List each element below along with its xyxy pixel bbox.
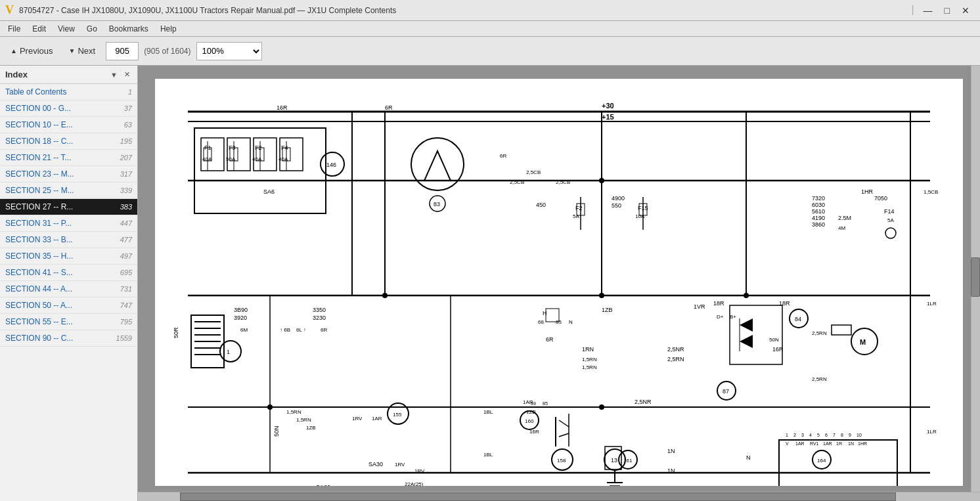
menu-help[interactable]: Help — [155, 23, 182, 35]
svg-text:1R: 1R — [836, 441, 842, 446]
svg-text:2: 2 — [793, 433, 796, 437]
svg-text:16R: 16R — [277, 104, 288, 111]
svg-text:B+: B+ — [730, 314, 736, 320]
svg-text:+15: +15 — [602, 113, 614, 121]
sidebar-dropdown-btn[interactable]: ▼ — [108, 70, 120, 79]
next-button[interactable]: ▼ Next — [63, 43, 100, 58]
minimize-button[interactable]: — — [918, 4, 938, 17]
svg-text:5610: 5610 — [812, 208, 825, 215]
sidebar: Index ▼ ✕ Table of Contents 1 SECTION 00… — [0, 66, 138, 501]
svg-text:22A(25): 22A(25) — [405, 481, 424, 486]
toc-item-7[interactable]: SECTION 31 -- P... 447 — [0, 215, 137, 232]
toc-section-label-7: SECTION 31 -- P... — [5, 219, 112, 228]
svg-text:7320: 7320 — [812, 195, 825, 202]
zoom-select[interactable]: 50% 75% 100% 125% 150% 200% — [196, 42, 262, 60]
h-scrollbar-thumb[interactable] — [180, 492, 896, 501]
toc-section-label-4: SECTION 23 -- M... — [5, 169, 112, 179]
svg-text:1,5RN: 1,5RN — [296, 417, 311, 423]
toc-item-8[interactable]: SECTION 33 -- B... 477 — [0, 232, 137, 248]
svg-text:1N: 1N — [667, 448, 675, 454]
svg-text:6: 6 — [825, 433, 828, 437]
toc-item-10[interactable]: SECTION 41 -- S... 695 — [0, 265, 137, 281]
svg-text:2,5RN: 2,5RN — [812, 376, 827, 382]
toc-section-page-10: 695 — [112, 269, 132, 276]
svg-text:3: 3 — [801, 433, 804, 437]
toc-item-6[interactable]: SECTION 27 -- R... 383 — [0, 199, 137, 215]
toc-item-13[interactable]: SECTION 55 -- E... 795 — [0, 314, 137, 330]
toc-section-label-11: SECTION 44 -- A... — [5, 284, 112, 294]
sidebar-header: Index ▼ ✕ — [0, 66, 137, 84]
viewer-scroll[interactable]: +30 +15 F1 40A F3 50A — [138, 66, 980, 492]
svg-text:2,5NR: 2,5NR — [635, 399, 652, 405]
previous-button[interactable]: ▲ Previous — [5, 43, 58, 58]
toc-section-page-1: 63 — [112, 121, 132, 129]
toc-item-5[interactable]: SECTION 25 -- M... 339 — [0, 183, 137, 199]
svg-text:87: 87 — [723, 388, 729, 395]
svg-text:8: 8 — [841, 433, 843, 437]
scrollbar-thumb[interactable] — [971, 257, 980, 297]
toc-section-page-0: 37 — [112, 104, 132, 112]
svg-text:1ZB: 1ZB — [602, 307, 613, 313]
toc-item-3[interactable]: SECTION 21 -- T... 207 — [0, 150, 137, 166]
maximize-button[interactable]: □ — [939, 4, 955, 17]
svg-text:13: 13 — [611, 457, 617, 464]
svg-text:40A: 40A — [278, 156, 288, 162]
menu-view[interactable]: View — [53, 23, 80, 35]
svg-text:4M: 4M — [838, 225, 845, 231]
svg-point-203 — [599, 404, 604, 410]
menu-edit[interactable]: Edit — [27, 23, 51, 35]
vertical-scrollbar[interactable] — [971, 66, 980, 492]
svg-text:1LR: 1LR — [927, 301, 937, 307]
svg-text:1,5RN: 1,5RN — [582, 364, 597, 370]
svg-text:M: M — [860, 338, 866, 346]
toc-item-11[interactable]: SECTION 44 -- A... 731 — [0, 281, 137, 297]
toc-item-toc[interactable]: Table of Contents 1 — [0, 84, 137, 100]
horizontal-scrollbar[interactable] — [138, 492, 980, 501]
menu-go[interactable]: Go — [81, 23, 102, 35]
toc-page: 1 — [112, 88, 132, 96]
toc-section-page-4: 317 — [112, 170, 132, 178]
menu-bookmarks[interactable]: Bookmarks — [104, 23, 154, 35]
svg-text:3B90: 3B90 — [234, 307, 248, 313]
toc-list: Table of Contents 1 SECTION 00 - G... 37… — [0, 84, 137, 501]
main-area: Index ▼ ✕ Table of Contents 1 SECTION 00… — [0, 66, 980, 501]
svg-point-204 — [267, 404, 273, 410]
svg-text:6R: 6R — [500, 153, 506, 159]
svg-text:F14: F14 — [884, 208, 895, 215]
svg-text:1RV: 1RV — [395, 462, 405, 468]
svg-text:5: 5 — [817, 433, 820, 437]
svg-text:V: V — [786, 441, 789, 446]
svg-text:1AR: 1AR — [823, 441, 832, 446]
sidebar-close-btn[interactable]: ✕ — [122, 70, 132, 79]
svg-text:1AR: 1AR — [795, 441, 805, 446]
toc-section-label-5: SECTION 25 -- M... — [5, 186, 112, 195]
toc-item-9[interactable]: SECTION 35 -- H... 497 — [0, 248, 137, 265]
toc-item-0[interactable]: SECTION 00 - G... 37 — [0, 100, 137, 117]
toc-section-page-2: 195 — [112, 137, 132, 145]
svg-text:85: 85 — [543, 401, 548, 406]
svg-text:SA60: SA60 — [316, 484, 330, 486]
menu-bar: File Edit View Go Bookmarks Help — [0, 21, 980, 37]
toc-item-4[interactable]: SECTION 23 -- M... 317 — [0, 166, 137, 183]
toc-section-label-12: SECTION 50 -- A... — [5, 301, 112, 310]
toc-item-2[interactable]: SECTION 18 -- C... 195 — [0, 133, 137, 150]
viewer-area: +30 +15 F1 40A F3 50A — [138, 66, 980, 501]
svg-text:1BL: 1BL — [483, 452, 493, 458]
svg-text:1ZB: 1ZB — [306, 425, 316, 431]
svg-text:40A: 40A — [252, 156, 262, 162]
svg-text:146: 146 — [326, 162, 336, 168]
svg-text:1AR: 1AR — [372, 416, 382, 422]
toc-item-14[interactable]: SECTION 90 -- C... 1559 — [0, 330, 137, 347]
menu-file[interactable]: File — [3, 23, 26, 35]
close-button[interactable]: ✕ — [956, 4, 975, 17]
separator-line: | — [911, 4, 914, 17]
toc-item-1[interactable]: SECTION 10 -- E... 63 — [0, 117, 137, 133]
toc-section-label-1: SECTION 10 -- E... — [5, 120, 112, 129]
page-number-input[interactable] — [106, 42, 139, 60]
toc-section-page-3: 207 — [112, 154, 132, 162]
toc-item-12[interactable]: SECTION 50 -- A... 747 — [0, 297, 137, 314]
svg-text:160: 160 — [525, 418, 534, 424]
app-logo: V — [5, 3, 14, 17]
svg-text:550: 550 — [612, 202, 621, 209]
svg-text:161: 161 — [623, 458, 633, 464]
